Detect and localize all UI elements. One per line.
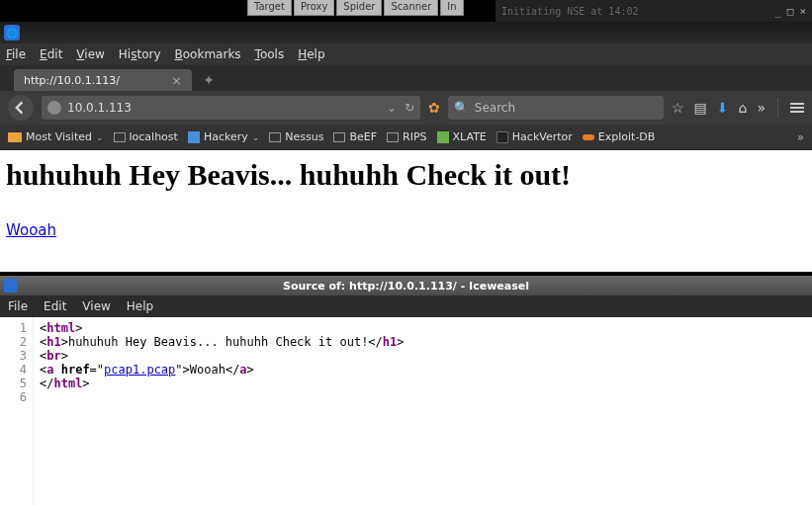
bookmarks-overflow-icon[interactable]: » <box>797 130 804 144</box>
background-terminal: Initiating NSE at 14:02 _ □ × <box>496 0 812 22</box>
globe-icon <box>47 101 61 115</box>
code-line: <a href="pcap1.pcap">Wooah</a> <box>40 363 405 377</box>
bookmark-label: Exploit-DB <box>598 130 656 143</box>
bookmark-most-visited[interactable]: Most Visited ⌄ <box>8 130 104 143</box>
bookmark-rips[interactable]: RIPS <box>387 130 427 143</box>
iceweasel-icon <box>4 279 18 293</box>
terminal-text: Initiating NSE at 14:02 <box>501 6 638 17</box>
page-content: huhuhuh Hey Beavis... huhuhh Check it ou… <box>0 150 812 272</box>
menu-file[interactable]: File <box>6 47 26 61</box>
bg-tab: Spider <box>336 0 382 16</box>
downloads-icon[interactable]: ⬇ <box>717 100 729 116</box>
menu-hamburger-icon[interactable] <box>790 103 804 113</box>
tab-close-icon[interactable]: × <box>171 73 182 88</box>
source-title-text: Source of: http://10.0.1.113/ - Icewease… <box>283 280 529 293</box>
source-code[interactable]: <html> <h1>huhuhuh Hey Beavis... huhuhh … <box>34 317 405 505</box>
folder-icon <box>8 132 22 142</box>
site-icon <box>583 134 594 140</box>
menu-history[interactable]: History <box>119 47 161 61</box>
home-icon[interactable]: ⌂ <box>739 100 748 116</box>
browser-titlebar: 🌐 <box>0 22 812 43</box>
search-bar[interactable]: 🔍 Search <box>448 96 664 120</box>
bookmark-exploitdb[interactable]: Exploit-DB <box>583 130 656 143</box>
browser-menubar: File Edit View History Bookmarks Tools H… <box>0 43 812 65</box>
code-line <box>40 390 405 404</box>
bookmark-xlate[interactable]: XLATE <box>437 130 487 143</box>
source-titlebar: Source of: http://10.0.1.113/ - Icewease… <box>0 276 812 295</box>
code-line: <html> <box>40 321 405 335</box>
source-menubar: File Edit View Help <box>0 295 812 317</box>
page-icon <box>387 132 399 142</box>
bookmark-hackery[interactable]: Hackery ⌄ <box>188 130 259 143</box>
navigation-toolbar: 10.0.1.113 ⌄ ↻ ✿ 🔍 Search ☆ ▤ ⬇ ⌂ » <box>0 91 812 125</box>
code-line: <br> <box>40 349 405 363</box>
back-button[interactable] <box>8 95 34 121</box>
bg-tab: Scanner <box>384 0 438 16</box>
bg-tab: Proxy <box>294 0 334 16</box>
bookmark-label: Most Visited <box>26 130 92 143</box>
tab-title: http://10.0.1.113/ <box>24 74 120 87</box>
chevron-down-icon: ⌄ <box>252 132 260 142</box>
url-bar[interactable]: 10.0.1.113 ⌄ ↻ <box>42 96 420 120</box>
view-source-window: Source of: http://10.0.1.113/ - Icewease… <box>0 276 812 505</box>
clipboard-icon[interactable]: ▤ <box>694 100 707 116</box>
bookmark-beef[interactable]: BeEF <box>333 130 377 143</box>
menu-bookmarks[interactable]: Bookmarks <box>175 47 241 61</box>
menu-tools[interactable]: Tools <box>255 47 285 61</box>
window-minimize-icon[interactable]: _ <box>774 5 781 18</box>
src-menu-file[interactable]: File <box>8 299 28 313</box>
browser-tab[interactable]: http://10.0.1.113/ × <box>14 69 192 91</box>
divider <box>777 98 778 118</box>
src-menu-edit[interactable]: Edit <box>44 299 66 313</box>
code-line: <h1>huhuhuh Hey Beavis... huhuhh Check i… <box>40 335 405 349</box>
page-icon <box>333 132 345 142</box>
page-heading: huhuhuh Hey Beavis... huhuhh Check it ou… <box>6 158 806 192</box>
search-icon: 🔍 <box>454 101 469 115</box>
tab-strip: http://10.0.1.113/ × ✦ <box>0 65 812 91</box>
bookmark-label: RIPS <box>403 130 427 143</box>
site-icon <box>496 131 508 143</box>
code-line: </html> <box>40 377 405 390</box>
iceweasel-icon: 🌐 <box>4 25 20 41</box>
menu-edit[interactable]: Edit <box>40 47 62 61</box>
menu-help[interactable]: Help <box>298 47 324 61</box>
bookmark-nessus[interactable]: Nessus <box>269 130 323 143</box>
url-text: 10.0.1.113 <box>67 101 381 115</box>
bg-tab: Target <box>247 0 292 16</box>
src-menu-view[interactable]: View <box>82 299 110 313</box>
browser-window: 🌐 File Edit View History Bookmarks Tools… <box>0 22 812 272</box>
new-tab-button[interactable]: ✦ <box>200 71 218 89</box>
bookmark-star-icon[interactable]: ☆ <box>672 100 684 116</box>
page-icon <box>114 132 126 142</box>
bookmark-label: Hackery <box>204 130 248 143</box>
folder-icon <box>188 131 200 143</box>
page-icon <box>269 132 281 142</box>
bookmark-label: localhost <box>130 130 178 143</box>
arrow-left-icon <box>14 101 28 115</box>
window-close-icon[interactable]: × <box>799 5 806 18</box>
source-body: 123456 <html> <h1>huhuhuh Hey Beavis... … <box>0 317 812 505</box>
window-maximize-icon[interactable]: □ <box>787 5 794 18</box>
line-gutter: 123456 <box>0 317 34 505</box>
search-placeholder: Search <box>475 101 515 115</box>
src-menu-help[interactable]: Help <box>127 299 153 313</box>
bg-tab: In <box>440 0 463 16</box>
page-link-wooah[interactable]: Wooah <box>6 221 56 239</box>
bookmark-label: XLATE <box>453 130 487 143</box>
bookmark-label: Nessus <box>285 130 323 143</box>
dropdown-icon[interactable]: ⌄ <box>387 101 397 115</box>
bookmark-label: HackVertor <box>512 130 573 143</box>
bookmarks-toolbar: Most Visited ⌄ localhost Hackery ⌄ Nessu… <box>0 125 812 150</box>
reload-icon[interactable]: ↻ <box>405 101 414 115</box>
bookmark-label: BeEF <box>349 130 377 143</box>
overflow-icon[interactable]: » <box>757 100 766 116</box>
bookmark-hackvertor[interactable]: HackVertor <box>496 130 573 143</box>
chevron-down-icon: ⌄ <box>96 132 104 142</box>
menu-view[interactable]: View <box>76 47 104 61</box>
site-icon <box>437 131 449 143</box>
bookmark-localhost[interactable]: localhost <box>114 130 178 143</box>
addon-icon[interactable]: ✿ <box>428 100 440 116</box>
background-tabs: Target Proxy Spider Scanner In <box>247 0 464 16</box>
